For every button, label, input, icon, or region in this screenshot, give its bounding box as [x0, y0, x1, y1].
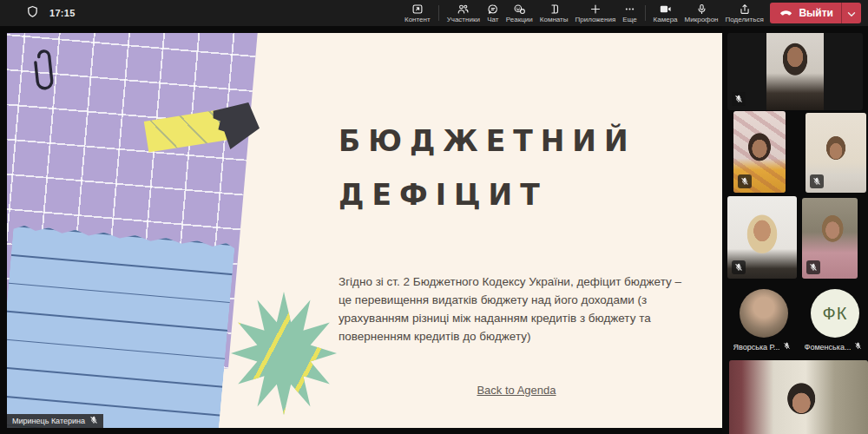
slide-body-text: Згідно зі ст. 2 Бюджетного Кодексу Украї… — [339, 273, 694, 345]
leave-button[interactable]: Выйти — [770, 3, 861, 23]
toolbar-button-reactions[interactable]: Реакции — [503, 0, 536, 26]
participant-name-label: Фоменська... — [799, 342, 868, 352]
participant-video-tile[interactable] — [727, 196, 797, 279]
mic-muted-icon — [810, 174, 824, 188]
toolbar-button-participants[interactable]: Участники — [444, 0, 483, 26]
camera-icon — [659, 3, 672, 15]
toolbar-separator — [645, 5, 646, 21]
participant-video-tile[interactable] — [733, 111, 786, 193]
participants-sidebar: ФК Яворська Р... Фоменська... — [722, 26, 868, 434]
back-to-agenda-link[interactable]: Back to Agenda — [477, 384, 556, 397]
slide-title-line1: БЮДЖЕТНИЙ — [339, 115, 703, 168]
shield-icon — [26, 5, 39, 22]
mic-muted-icon — [89, 416, 98, 426]
presenter-name-badge: Миринець Катерина — [7, 414, 103, 428]
toolbar-button-chat[interactable]: Чат — [483, 0, 503, 26]
participant-name-label: Яворська Р... — [726, 342, 799, 352]
meeting-toolbar: 17:15 Контент Участники Чат — [0, 0, 868, 26]
starburst-decoration — [231, 292, 337, 415]
avatar-initials: ФК — [823, 304, 848, 324]
toolbar-button-more[interactable]: Еще — [619, 0, 640, 26]
presentation-slide: БЮДЖЕТНИЙ ДЕФІЦИТ Згідно зі ст. 2 Бюджет… — [7, 33, 722, 428]
presenter-name: Миринець Катерина — [12, 417, 85, 425]
mic-muted-icon — [732, 260, 746, 274]
toolbar-separator — [438, 5, 439, 21]
chevron-down-icon — [847, 5, 856, 21]
participants-icon — [457, 3, 470, 15]
plus-icon — [589, 3, 602, 15]
toolbar-button-apps[interactable]: Приложения — [571, 0, 619, 26]
toolbar-button-share[interactable]: Поделиться — [722, 0, 767, 26]
participant-video — [766, 33, 824, 110]
screen-share-icon — [411, 3, 424, 15]
participant-video — [729, 360, 868, 434]
rooms-icon — [548, 3, 560, 15]
participant-video-tile[interactable] — [727, 33, 863, 110]
mic-muted-icon — [732, 92, 746, 106]
toolbar-button-content[interactable]: Контент — [401, 0, 434, 26]
mic-muted-icon — [806, 260, 820, 274]
mic-muted-icon — [738, 174, 752, 188]
slide-title-line2: ДЕФІЦИТ — [339, 168, 703, 222]
meeting-timer: 17:15 — [49, 8, 76, 18]
reactions-icon — [513, 3, 526, 15]
toolbar-button-microphone[interactable]: Микрофон — [681, 0, 722, 26]
shared-screen-stage: БЮДЖЕТНИЙ ДЕФІЦИТ Згідно зі ст. 2 Бюджет… — [0, 26, 722, 434]
participant-video-tile[interactable] — [729, 360, 868, 434]
lined-paper-decoration — [7, 222, 235, 428]
mic-muted-icon — [783, 342, 791, 352]
ellipsis-icon — [623, 3, 636, 15]
toolbar-button-rooms[interactable]: Комнаты — [536, 0, 572, 26]
leave-options-button[interactable] — [842, 3, 861, 23]
hang-up-icon — [779, 5, 793, 21]
toolbar-button-camera[interactable]: Камера — [650, 0, 681, 26]
slide-title: БЮДЖЕТНИЙ ДЕФІЦИТ — [339, 115, 703, 222]
participant-video-tile[interactable] — [802, 198, 858, 279]
mic-muted-icon — [854, 342, 862, 352]
leave-button-label: Выйти — [799, 7, 833, 19]
participant-video-tile[interactable] — [806, 113, 866, 193]
participant-avatar[interactable]: ФК — [811, 289, 859, 338]
meeting-window: 17:15 Контент Участники Чат — [0, 0, 868, 434]
microphone-icon — [696, 3, 707, 15]
share-tray-icon — [739, 3, 751, 15]
participant-avatar[interactable] — [740, 289, 788, 338]
chat-icon — [487, 3, 499, 15]
